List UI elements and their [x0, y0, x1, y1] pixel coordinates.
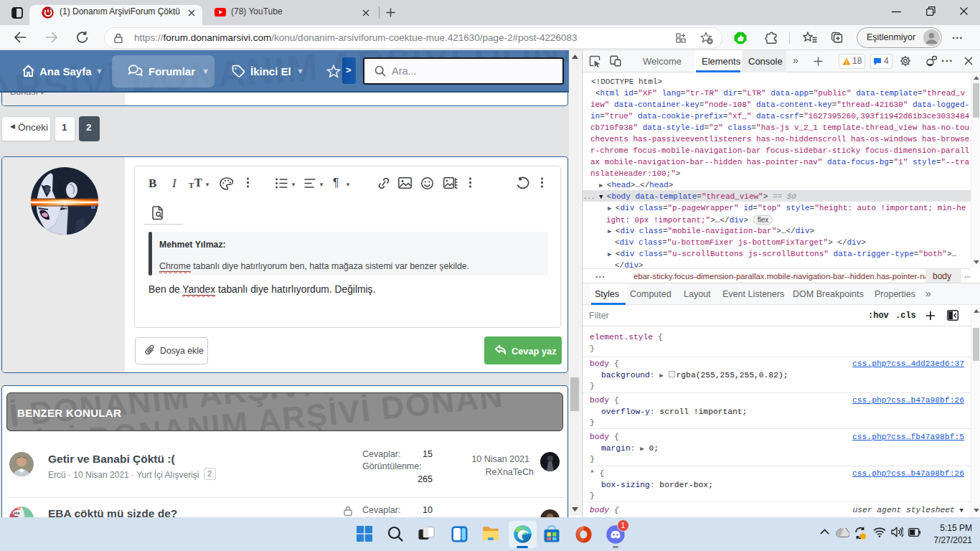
svg-text:eba: eba [14, 511, 20, 515]
svg-text:1: 1 [621, 521, 626, 529]
